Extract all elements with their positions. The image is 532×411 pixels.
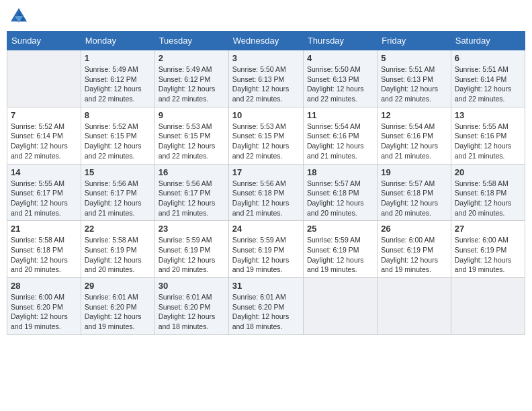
day-info: Sunrise: 6:01 AM Sunset: 6:20 PM Dayligh…	[159, 292, 225, 332]
calendar-cell: 29Sunrise: 6:01 AM Sunset: 6:20 PM Dayli…	[81, 278, 154, 335]
calendar-cell	[303, 278, 377, 335]
calendar-cell: 24Sunrise: 5:59 AM Sunset: 6:19 PM Dayli…	[228, 221, 303, 278]
calendar-week-row: 1Sunrise: 5:49 AM Sunset: 6:12 PM Daylig…	[7, 50, 525, 107]
weekday-header-wednesday: Wednesday	[228, 32, 303, 50]
calendar-cell: 10Sunrise: 5:53 AM Sunset: 6:15 PM Dayli…	[228, 107, 303, 164]
calendar-cell: 1Sunrise: 5:49 AM Sunset: 6:12 PM Daylig…	[81, 50, 154, 107]
logo-icon	[9, 7, 28, 26]
calendar-cell: 15Sunrise: 5:56 AM Sunset: 6:17 PM Dayli…	[81, 164, 154, 221]
day-number: 28	[11, 281, 77, 291]
day-number: 11	[307, 110, 373, 120]
calendar-cell: 7Sunrise: 5:52 AM Sunset: 6:14 PM Daylig…	[7, 107, 81, 164]
day-info: Sunrise: 5:51 AM Sunset: 6:13 PM Dayligh…	[381, 64, 447, 104]
day-number: 7	[11, 110, 77, 120]
day-info: Sunrise: 5:51 AM Sunset: 6:14 PM Dayligh…	[455, 64, 521, 104]
calendar-cell: 11Sunrise: 5:54 AM Sunset: 6:16 PM Dayli…	[303, 107, 377, 164]
calendar-week-row: 7Sunrise: 5:52 AM Sunset: 6:14 PM Daylig…	[7, 107, 525, 164]
calendar-cell	[7, 50, 81, 107]
day-number: 17	[232, 167, 300, 177]
day-info: Sunrise: 5:59 AM Sunset: 6:19 PM Dayligh…	[232, 235, 300, 275]
day-info: Sunrise: 5:49 AM Sunset: 6:12 PM Dayligh…	[159, 64, 225, 104]
day-info: Sunrise: 5:50 AM Sunset: 6:13 PM Dayligh…	[307, 64, 373, 104]
weekday-header-sunday: Sunday	[7, 32, 81, 50]
day-info: Sunrise: 5:58 AM Sunset: 6:18 PM Dayligh…	[455, 179, 521, 218]
day-info: Sunrise: 5:52 AM Sunset: 6:14 PM Dayligh…	[11, 122, 77, 161]
day-number: 20	[455, 167, 521, 177]
calendar-cell: 17Sunrise: 5:56 AM Sunset: 6:18 PM Dayli…	[228, 164, 303, 221]
day-info: Sunrise: 6:00 AM Sunset: 6:19 PM Dayligh…	[381, 235, 447, 275]
weekday-header-monday: Monday	[81, 32, 154, 50]
calendar-week-row: 21Sunrise: 5:58 AM Sunset: 6:18 PM Dayli…	[7, 221, 525, 278]
page-header	[7, 7, 525, 26]
calendar-table: SundayMondayTuesdayWednesdayThursdayFrid…	[7, 31, 525, 335]
day-info: Sunrise: 6:00 AM Sunset: 6:20 PM Dayligh…	[11, 292, 77, 332]
day-number: 10	[232, 110, 300, 120]
day-number: 18	[307, 167, 373, 177]
day-info: Sunrise: 5:55 AM Sunset: 6:17 PM Dayligh…	[11, 179, 77, 218]
day-info: Sunrise: 5:53 AM Sunset: 6:15 PM Dayligh…	[159, 122, 225, 161]
calendar-cell: 9Sunrise: 5:53 AM Sunset: 6:15 PM Daylig…	[154, 107, 228, 164]
calendar-cell: 13Sunrise: 5:55 AM Sunset: 6:16 PM Dayli…	[451, 107, 525, 164]
day-info: Sunrise: 6:01 AM Sunset: 6:20 PM Dayligh…	[232, 292, 300, 332]
calendar-cell: 12Sunrise: 5:54 AM Sunset: 6:16 PM Dayli…	[378, 107, 451, 164]
day-info: Sunrise: 5:58 AM Sunset: 6:18 PM Dayligh…	[11, 235, 77, 275]
day-info: Sunrise: 5:56 AM Sunset: 6:17 PM Dayligh…	[159, 179, 225, 218]
calendar-week-row: 28Sunrise: 6:00 AM Sunset: 6:20 PM Dayli…	[7, 278, 525, 335]
day-info: Sunrise: 6:01 AM Sunset: 6:20 PM Dayligh…	[85, 292, 151, 332]
calendar-cell: 23Sunrise: 5:59 AM Sunset: 6:19 PM Dayli…	[154, 221, 228, 278]
day-info: Sunrise: 5:52 AM Sunset: 6:15 PM Dayligh…	[85, 122, 151, 161]
calendar-cell: 19Sunrise: 5:57 AM Sunset: 6:18 PM Dayli…	[378, 164, 451, 221]
calendar-cell: 18Sunrise: 5:57 AM Sunset: 6:18 PM Dayli…	[303, 164, 377, 221]
day-info: Sunrise: 5:49 AM Sunset: 6:12 PM Dayligh…	[85, 64, 151, 104]
day-number: 29	[85, 281, 151, 291]
day-number: 24	[232, 224, 300, 234]
calendar-cell: 30Sunrise: 6:01 AM Sunset: 6:20 PM Dayli…	[154, 278, 228, 335]
day-number: 31	[232, 281, 300, 291]
calendar-cell: 8Sunrise: 5:52 AM Sunset: 6:15 PM Daylig…	[81, 107, 154, 164]
day-info: Sunrise: 5:56 AM Sunset: 6:18 PM Dayligh…	[232, 179, 300, 218]
day-number: 2	[159, 53, 225, 63]
day-number: 27	[455, 224, 521, 234]
weekday-header-saturday: Saturday	[451, 32, 525, 50]
calendar-cell: 5Sunrise: 5:51 AM Sunset: 6:13 PM Daylig…	[378, 50, 451, 107]
day-number: 16	[159, 167, 225, 177]
day-number: 6	[455, 53, 521, 63]
day-info: Sunrise: 5:59 AM Sunset: 6:19 PM Dayligh…	[159, 235, 225, 275]
logo	[9, 7, 31, 26]
calendar-cell: 25Sunrise: 5:59 AM Sunset: 6:19 PM Dayli…	[303, 221, 377, 278]
calendar-week-row: 14Sunrise: 5:55 AM Sunset: 6:17 PM Dayli…	[7, 164, 525, 221]
calendar-cell: 2Sunrise: 5:49 AM Sunset: 6:12 PM Daylig…	[154, 50, 228, 107]
day-number: 23	[159, 224, 225, 234]
day-number: 22	[85, 224, 151, 234]
day-info: Sunrise: 5:50 AM Sunset: 6:13 PM Dayligh…	[232, 64, 300, 104]
weekday-header-row: SundayMondayTuesdayWednesdayThursdayFrid…	[7, 32, 525, 50]
calendar-cell: 4Sunrise: 5:50 AM Sunset: 6:13 PM Daylig…	[303, 50, 377, 107]
calendar-cell: 22Sunrise: 5:58 AM Sunset: 6:19 PM Dayli…	[81, 221, 154, 278]
day-number: 3	[232, 53, 300, 63]
day-info: Sunrise: 5:58 AM Sunset: 6:19 PM Dayligh…	[85, 235, 151, 275]
calendar-cell: 14Sunrise: 5:55 AM Sunset: 6:17 PM Dayli…	[7, 164, 81, 221]
calendar-cell: 21Sunrise: 5:58 AM Sunset: 6:18 PM Dayli…	[7, 221, 81, 278]
day-number: 4	[307, 53, 373, 63]
day-number: 26	[381, 224, 447, 234]
day-number: 8	[85, 110, 151, 120]
calendar-cell: 20Sunrise: 5:58 AM Sunset: 6:18 PM Dayli…	[451, 164, 525, 221]
day-number: 25	[307, 224, 373, 234]
calendar-cell	[451, 278, 525, 335]
day-number: 15	[85, 167, 151, 177]
day-info: Sunrise: 5:56 AM Sunset: 6:17 PM Dayligh…	[85, 179, 151, 218]
day-number: 5	[381, 53, 447, 63]
calendar-cell: 3Sunrise: 5:50 AM Sunset: 6:13 PM Daylig…	[228, 50, 303, 107]
calendar-cell: 26Sunrise: 6:00 AM Sunset: 6:19 PM Dayli…	[378, 221, 451, 278]
calendar-cell: 6Sunrise: 5:51 AM Sunset: 6:14 PM Daylig…	[451, 50, 525, 107]
calendar-cell: 28Sunrise: 6:00 AM Sunset: 6:20 PM Dayli…	[7, 278, 81, 335]
day-number: 14	[11, 167, 77, 177]
weekday-header-thursday: Thursday	[303, 32, 377, 50]
day-info: Sunrise: 5:54 AM Sunset: 6:16 PM Dayligh…	[381, 122, 447, 161]
day-number: 30	[159, 281, 225, 291]
day-number: 21	[11, 224, 77, 234]
day-info: Sunrise: 5:53 AM Sunset: 6:15 PM Dayligh…	[232, 122, 300, 161]
calendar-cell: 31Sunrise: 6:01 AM Sunset: 6:20 PM Dayli…	[228, 278, 303, 335]
day-number: 12	[381, 110, 447, 120]
calendar-cell: 27Sunrise: 6:00 AM Sunset: 6:19 PM Dayli…	[451, 221, 525, 278]
